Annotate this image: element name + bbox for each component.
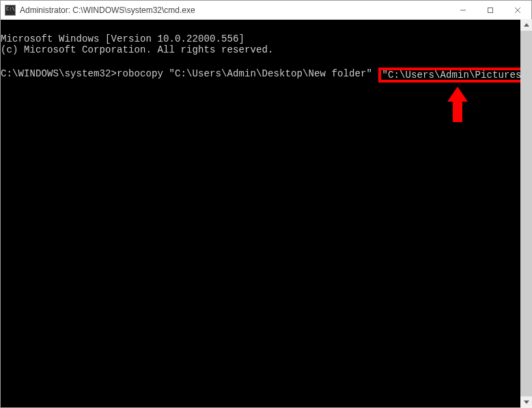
prompt: C:\WINDOWS\system32> — [1, 68, 117, 79]
terminal-output-line: (c) Microsoft Corporation. All rights re… — [1, 44, 274, 55]
cmd-window: Administrator: C:\WINDOWS\system32\cmd.e… — [0, 0, 532, 408]
svg-marker-5 — [524, 23, 529, 27]
titlebar[interactable]: Administrator: C:\WINDOWS\system32\cmd.e… — [1, 1, 531, 20]
scroll-up-button[interactable] — [520, 19, 532, 31]
maximize-button[interactable] — [477, 1, 504, 19]
svg-marker-4 — [447, 87, 468, 122]
scroll-down-button[interactable] — [520, 396, 532, 408]
svg-rect-1 — [488, 8, 493, 12]
terminal-command-line: C:\WINDOWS\system32>robocopy "C:\Users\A… — [1, 68, 531, 79]
window-title: Administrator: C:\WINDOWS\system32\cmd.e… — [20, 5, 449, 15]
svg-marker-6 — [524, 400, 529, 404]
close-button[interactable] — [504, 1, 531, 19]
scroll-track[interactable] — [520, 31, 532, 396]
minimize-button[interactable] — [449, 1, 477, 19]
scroll-thumb[interactable] — [520, 31, 532, 396]
cmd-icon — [5, 5, 16, 16]
red-arrow-annotation — [444, 87, 471, 128]
destination-path-highlighted: "C:\Users\Admin\Pictures\Copy" — [378, 68, 531, 83]
terminal-output-line: Microsoft Windows [Version 10.0.22000.55… — [1, 33, 244, 44]
terminal-area[interactable]: Microsoft Windows [Version 10.0.22000.55… — [1, 20, 531, 407]
window-controls — [449, 1, 531, 19]
command-text: robocopy "C:\Users\Admin\Desktop\New fol… — [117, 68, 378, 79]
vertical-scrollbar[interactable] — [520, 19, 532, 408]
